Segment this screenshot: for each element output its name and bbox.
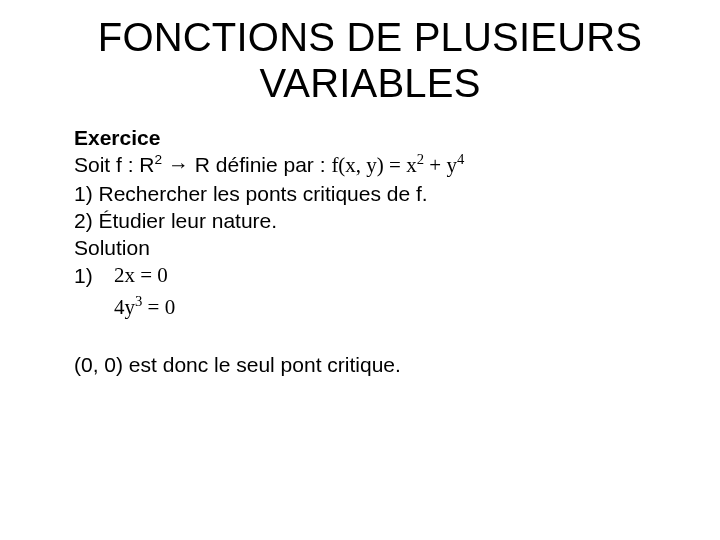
function-definition: f(x, y) = x2 + y4 — [331, 153, 464, 177]
definition-line: Soit f : R2 → R définie par : f(x, y) = … — [74, 151, 680, 179]
solution-heading: Solution — [74, 234, 680, 261]
fdef-plus: + — [424, 153, 446, 177]
equation-group: 2x = 0 4y3 = 0 — [110, 262, 175, 325]
equation-2: 4y3 = 0 — [114, 294, 175, 321]
fdef-y: y — [446, 153, 457, 177]
question-1: 1) Rechercher les ponts critiques de f. — [74, 180, 680, 207]
fdef-lhs: f(x, y) — [331, 153, 383, 177]
soit-prefix: Soit f : R — [74, 153, 155, 176]
soit-sup: 2 — [155, 152, 163, 167]
body: Exercice Soit f : R2 → R définie par : f… — [74, 124, 680, 378]
eq1-eq: = 0 — [135, 263, 168, 287]
fdef-y-exp: 4 — [457, 151, 464, 167]
solution-1-label: 1) — [74, 262, 110, 289]
eq2-base: y — [125, 295, 136, 319]
equation-1: 2x = 0 — [114, 262, 175, 289]
eq2-coeff: 4 — [114, 295, 125, 319]
solution-1-block: 1) 2x = 0 4y3 = 0 — [74, 262, 680, 325]
question-2: 2) Étudier leur nature. — [74, 207, 680, 234]
eq2-eq: = 0 — [142, 295, 175, 319]
fdef-x: x — [406, 153, 417, 177]
fdef-eq: = — [384, 153, 406, 177]
exercice-heading: Exercice — [74, 124, 680, 151]
page-title: FONCTIONS DE PLUSIEURS VARIABLES — [60, 14, 680, 106]
eq1-lhs: 2x — [114, 263, 135, 287]
slide: FONCTIONS DE PLUSIEURS VARIABLES Exercic… — [0, 0, 720, 540]
conclusion-line: (0, 0) est donc le seul pont critique. — [74, 351, 680, 378]
fdef-x-exp: 2 — [417, 151, 424, 167]
soit-mid: → R définie par : — [162, 153, 331, 176]
solution-1-row: 1) 2x = 0 4y3 = 0 — [74, 262, 680, 325]
